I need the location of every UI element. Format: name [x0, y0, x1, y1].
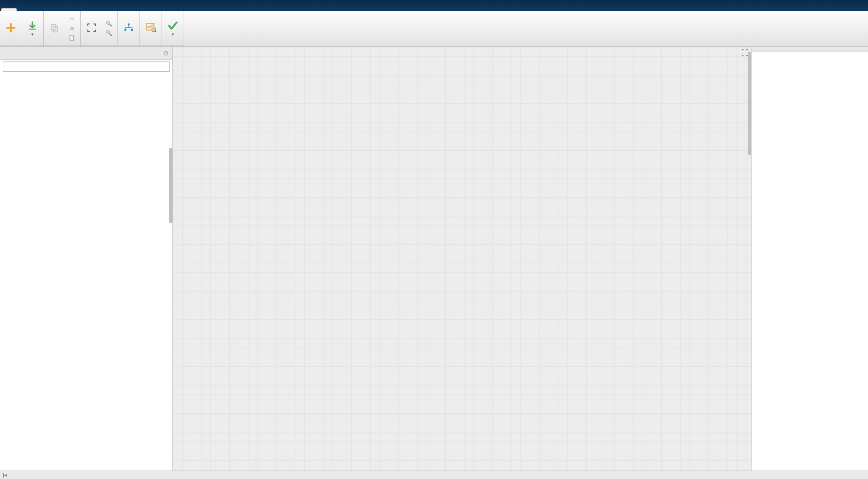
toolstrip: ▼ ✂ ⧉ 📋: [0, 11, 868, 47]
cut-button: ✂: [68, 14, 78, 23]
svg-rect-1: [53, 26, 58, 32]
svg-rect-0: [51, 24, 56, 30]
auto-arrange-button[interactable]: [118, 21, 140, 35]
new-button[interactable]: [0, 21, 22, 35]
group-analysis-label: [140, 45, 162, 46]
arrange-icon: [123, 22, 134, 33]
zoom-out-icon: 🔍: [105, 29, 113, 37]
filter-layers-input[interactable]: [3, 62, 170, 72]
svg-rect-3: [124, 29, 126, 31]
fit-to-view-button[interactable]: [81, 21, 102, 35]
zoom-out-button[interactable]: 🔍: [105, 28, 115, 38]
duplicate-button: [44, 21, 65, 35]
properties-title: [752, 47, 868, 52]
layer-library-panel: ⊙: [0, 47, 173, 471]
tab-row: [0, 0, 868, 11]
group-layout-label: [118, 45, 140, 46]
import-icon: [27, 20, 38, 31]
close-icon[interactable]: ⊙: [163, 49, 169, 57]
chevron-down-icon: ▼: [31, 32, 34, 37]
analyze-icon: [145, 22, 156, 33]
chevron-down-icon: ▼: [171, 32, 175, 37]
group-navigate-label: [81, 45, 117, 46]
scrollbar-thumb[interactable]: [169, 148, 172, 223]
status-bar: |◂: [0, 471, 868, 479]
analyze-button[interactable]: [140, 21, 162, 35]
svg-point-6: [152, 28, 155, 31]
plus-icon: [5, 22, 16, 33]
design-canvas[interactable]: ⛶: [173, 47, 752, 471]
export-button[interactable]: ▼: [162, 19, 184, 38]
zoom-in-button[interactable]: 🔍: [105, 19, 115, 28]
collapse-icon[interactable]: |◂: [3, 472, 7, 478]
group-export-label: [162, 45, 184, 46]
fullscreen-icon[interactable]: ⛶: [741, 49, 749, 57]
copy-icon: ⧉: [68, 24, 76, 32]
svg-rect-4: [131, 29, 133, 31]
fit-icon: [86, 22, 97, 33]
tab-designer[interactable]: [1, 8, 17, 11]
layer-list[interactable]: [0, 74, 172, 471]
group-file-label: [0, 45, 43, 46]
properties-panel: [752, 47, 868, 471]
svg-rect-5: [147, 23, 154, 30]
zoom-in-icon: 🔍: [105, 20, 113, 27]
scrollbar-thumb[interactable]: [748, 52, 751, 155]
svg-rect-2: [128, 23, 130, 25]
paste-button: 📋: [68, 33, 78, 42]
duplicate-icon: [49, 22, 60, 33]
group-build-label: [44, 45, 80, 46]
copy-button: ⧉: [68, 23, 78, 33]
import-button[interactable]: ▼: [22, 19, 43, 38]
scissors-icon: ✂: [68, 15, 76, 23]
check-icon: [167, 20, 178, 31]
paste-icon: 📋: [68, 34, 76, 41]
